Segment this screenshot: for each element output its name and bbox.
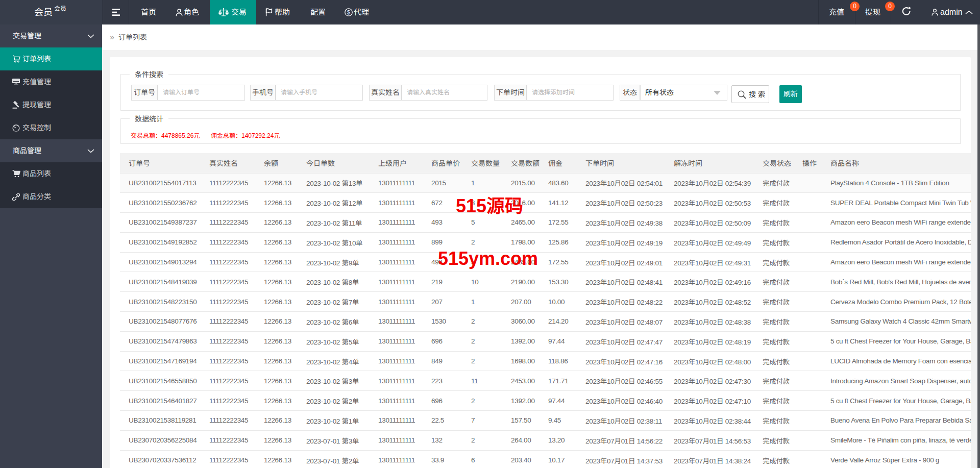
svg-text:$: $ bbox=[347, 9, 350, 15]
